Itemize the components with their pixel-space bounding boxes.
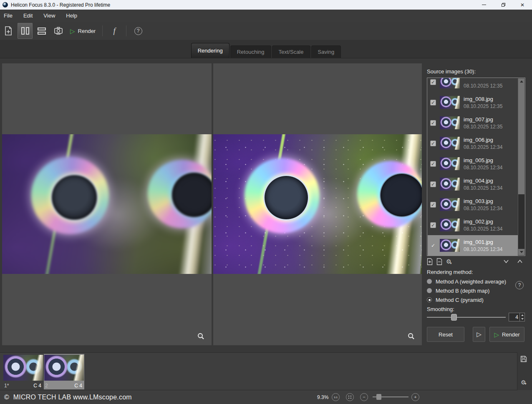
smoothing-spinbox[interactable]: 4 bbox=[509, 313, 525, 321]
remove-images-button[interactable] bbox=[436, 258, 442, 265]
reset-button[interactable]: Reset bbox=[427, 327, 464, 342]
zoom-in-button[interactable]: + bbox=[411, 393, 419, 401]
filmstrip-settings-button[interactable]: ⚙▾ bbox=[521, 379, 527, 386]
move-up-button[interactable] bbox=[512, 260, 522, 263]
source-image-view[interactable] bbox=[2, 134, 212, 274]
chevron-down-icon bbox=[504, 260, 509, 263]
sidebar: Source images (30): ✓ img_009.jpg08.10.2… bbox=[427, 63, 527, 256]
source-image-row[interactable]: ✓ img_008.jpg08.10.2025 12:35 bbox=[428, 92, 518, 113]
source-image-row[interactable]: ✓ img_009.jpg08.10.2025 12:35 bbox=[428, 78, 518, 92]
source-image-row[interactable]: ✓ img_002.jpg08.10.2025 12:34 bbox=[428, 215, 518, 235]
render-queue-button[interactable]: ▷ bbox=[473, 327, 485, 342]
list-settings-button[interactable]: ⚙▾ bbox=[446, 258, 452, 265]
fit-screen-icon bbox=[348, 396, 351, 399]
source-images-header: Source images (30): bbox=[427, 68, 527, 75]
image-date: 08.10.2025 12:34 bbox=[464, 185, 502, 191]
zoom-slider-handle[interactable] bbox=[376, 394, 381, 400]
menu-view[interactable]: View bbox=[38, 10, 61, 22]
vertical-split-view-button[interactable] bbox=[18, 23, 33, 39]
image-filename: img_008.jpg bbox=[464, 96, 502, 102]
method-b-option[interactable]: Method B (depth map) bbox=[427, 287, 489, 294]
source-magnifier-button[interactable] bbox=[197, 332, 205, 340]
source-image-row[interactable]: ✓ img_007.jpg08.10.2025 12:35 bbox=[428, 113, 518, 133]
spinner-arrows bbox=[519, 313, 524, 321]
result-image-view[interactable] bbox=[213, 134, 422, 274]
image-checkbox[interactable]: ✓ bbox=[430, 202, 436, 208]
result-magnifier-button[interactable] bbox=[407, 332, 415, 340]
lens-right bbox=[357, 161, 422, 228]
radio-checked-icon[interactable] bbox=[427, 297, 432, 302]
statusbar: © MICRO TECH LAB www.LMscope.com 9.3% 1:… bbox=[0, 390, 532, 404]
spin-down-button[interactable] bbox=[520, 317, 524, 321]
result-thumb-1[interactable]: 1* C 4 bbox=[3, 354, 43, 389]
render-play-icon: ▷ bbox=[494, 331, 499, 338]
result-thumb-2-selected[interactable]: 2 C 4 bbox=[44, 354, 84, 389]
move-down-button[interactable] bbox=[499, 260, 509, 263]
arrow-up-icon bbox=[520, 80, 523, 83]
help-button[interactable]: ? bbox=[131, 23, 146, 39]
slider-handle[interactable] bbox=[451, 314, 457, 321]
play-outline-icon: ▷ bbox=[477, 331, 482, 338]
image-checkbox[interactable]: ✓ bbox=[430, 100, 436, 105]
image-checkbox[interactable]: ✓ bbox=[430, 79, 436, 85]
smoothing-value[interactable]: 4 bbox=[509, 313, 519, 321]
image-checkbox[interactable]: ✓ bbox=[430, 161, 436, 167]
smoothing-slider[interactable] bbox=[427, 314, 506, 321]
new-project-button[interactable] bbox=[1, 23, 16, 39]
result-method-badge: C 4 bbox=[33, 383, 41, 389]
menu-file[interactable]: File bbox=[0, 10, 18, 22]
menu-edit[interactable]: Edit bbox=[18, 10, 38, 22]
close-button[interactable]: ✕ bbox=[513, 0, 532, 10]
slider-track[interactable] bbox=[427, 317, 506, 318]
image-checkbox[interactable]: ✓ bbox=[430, 181, 436, 187]
list-scrollbar[interactable] bbox=[518, 78, 524, 255]
scroll-down-button[interactable] bbox=[518, 249, 524, 255]
tabstrip: Rendering Retouching Text/Scale Saving bbox=[0, 40, 532, 58]
minimize-button[interactable] bbox=[474, 0, 494, 10]
image-filename: img_003.jpg bbox=[464, 198, 502, 204]
facebook-share-button[interactable]: f bbox=[107, 23, 122, 39]
menubar: File Edit View Help bbox=[0, 10, 532, 22]
image-checkbox[interactable]: ✓ bbox=[430, 120, 436, 126]
tab-text-scale[interactable]: Text/Scale bbox=[272, 45, 310, 58]
result-photo bbox=[213, 134, 422, 274]
result-view-panel[interactable] bbox=[213, 63, 422, 345]
restore-button[interactable] bbox=[494, 0, 513, 10]
zoom-out-button[interactable]: − bbox=[360, 393, 368, 401]
image-thumbnail bbox=[440, 178, 460, 191]
radio-unchecked-icon[interactable] bbox=[427, 288, 432, 293]
image-checkbox[interactable]: ✓ bbox=[430, 222, 436, 228]
horizontal-split-view-button[interactable] bbox=[34, 23, 49, 39]
method-help-button[interactable]: ? bbox=[515, 281, 524, 289]
zoom-slider[interactable] bbox=[373, 394, 408, 400]
source-image-row[interactable]: ✓ img_004.jpg08.10.2025 12:34 bbox=[428, 174, 518, 194]
tab-retouching[interactable]: Retouching bbox=[230, 45, 271, 58]
source-view-panel[interactable] bbox=[2, 63, 212, 345]
toolbar-render-button[interactable]: ▷ Render bbox=[68, 23, 98, 39]
scrollbar-thumb[interactable] bbox=[518, 85, 524, 194]
source-image-row-selected[interactable]: ✓ img_001.jpg08.10.2025 12:34 bbox=[428, 235, 518, 256]
render-button[interactable]: ▷ Render bbox=[489, 327, 524, 342]
menu-help[interactable]: Help bbox=[61, 10, 83, 22]
save-result-button[interactable] bbox=[520, 356, 527, 362]
copyright-symbol: © bbox=[4, 394, 9, 401]
titlebar: Helicon Focus 8.3.0 - Registered Pro lif… bbox=[0, 0, 532, 10]
image-filename: img_004.jpg bbox=[464, 178, 502, 184]
spin-up-button[interactable] bbox=[520, 313, 524, 317]
tab-rendering[interactable]: Rendering bbox=[191, 43, 229, 58]
image-checkbox[interactable]: ✓ bbox=[430, 141, 436, 146]
source-image-row[interactable]: ✓ img_003.jpg08.10.2025 12:34 bbox=[428, 194, 518, 215]
scroll-up-button[interactable] bbox=[518, 78, 524, 85]
fit-screen-button[interactable] bbox=[346, 393, 354, 401]
tab-saving[interactable]: Saving bbox=[311, 45, 341, 58]
source-image-row[interactable]: ✓ img_006.jpg08.10.2025 12:34 bbox=[428, 133, 518, 153]
radio-unchecked-icon[interactable] bbox=[427, 279, 432, 284]
zoom-1to1-button[interactable]: 1:1 bbox=[332, 393, 340, 401]
add-images-button[interactable] bbox=[427, 258, 433, 265]
image-checkbox[interactable]: ✓ bbox=[430, 243, 436, 248]
toolbar-render-label: Render bbox=[78, 28, 96, 34]
method-a-option[interactable]: Method A (weighted average) bbox=[427, 278, 506, 285]
method-c-option[interactable]: Method C (pyramid) bbox=[427, 296, 484, 303]
camera-remote-button[interactable] bbox=[51, 23, 66, 39]
source-image-row[interactable]: ✓ img_005.jpg08.10.2025 12:34 bbox=[428, 153, 518, 174]
